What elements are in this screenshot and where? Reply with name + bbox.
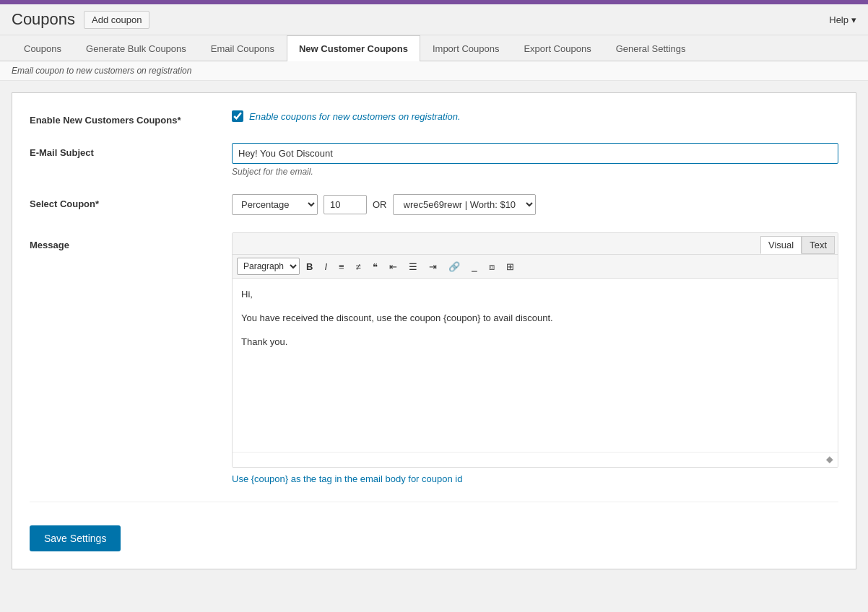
email-subject-hint: Subject for the email. <box>232 167 838 177</box>
editor-tabs: Visual Text <box>233 233 838 255</box>
header-left: Coupons Add coupon <box>12 10 149 29</box>
editor-toolbar: Paragraph Heading 1 Heading 2 Heading 3 … <box>233 255 838 279</box>
align-right-button[interactable]: ⇥ <box>424 259 442 274</box>
email-subject-row: E-Mail Subject Subject for the email. <box>30 143 838 177</box>
editor-content[interactable]: Hi, You have received the discount, use … <box>233 279 838 452</box>
coupon-select-row: Percentage Fixed Free Shipping OR wrec5e… <box>232 194 838 215</box>
italic-button[interactable]: I <box>319 259 332 274</box>
add-coupon-button[interactable]: Add coupon <box>84 11 149 29</box>
link-button[interactable]: 🔗 <box>443 259 465 274</box>
unordered-list-button[interactable]: ≡ <box>334 259 350 274</box>
enable-row: Enable New Customers Coupons* Enable cou… <box>30 110 838 126</box>
editor-wrapper: Visual Text Paragraph Heading 1 Heading … <box>232 232 838 468</box>
tab-email-coupons[interactable]: Email Coupons <box>199 35 287 61</box>
tab-general-settings[interactable]: General Settings <box>604 35 698 61</box>
help-button[interactable]: Help ▾ <box>829 14 856 25</box>
ordered-list-button[interactable]: ≠ <box>351 259 366 274</box>
page-title: Coupons <box>12 10 75 29</box>
select-coupon-row: Select Coupon* Percentage Fixed Free Shi… <box>30 194 838 215</box>
enable-text: Enable coupons for new customers on regi… <box>249 111 461 122</box>
message-field: Visual Text Paragraph Heading 1 Heading … <box>232 232 838 484</box>
resize-handle: ⯁ <box>233 452 838 467</box>
main-content: Enable New Customers Coupons* Enable cou… <box>12 92 856 569</box>
message-row: Message Visual Text Paragraph Heading 1 … <box>30 232 838 484</box>
email-subject-input[interactable] <box>232 143 838 164</box>
or-text: OR <box>373 199 387 210</box>
save-settings-button[interactable]: Save Settings <box>30 525 121 551</box>
coupon-value-input[interactable] <box>324 195 367 214</box>
page-subtitle: Email coupon to new customers on registr… <box>0 61 868 81</box>
tab-new-customer[interactable]: New Customer Coupons <box>287 35 420 61</box>
enable-row-inner: Enable coupons for new customers on regi… <box>232 110 838 122</box>
message-line1: Hi, <box>241 287 829 302</box>
coupon-code-dropdown[interactable]: wrec5e69rewr | Worth: $10 <box>393 194 536 215</box>
chevron-down-icon: ▾ <box>851 14 856 25</box>
bold-button[interactable]: B <box>301 259 318 274</box>
editor-tab-visual[interactable]: Visual <box>760 236 802 254</box>
fullscreen-button[interactable]: ⧈ <box>484 259 500 274</box>
editor-tab-text[interactable]: Text <box>802 236 835 254</box>
format-select[interactable]: Paragraph Heading 1 Heading 2 Heading 3 <box>237 258 300 275</box>
coupon-type-dropdown[interactable]: Percentage Fixed Free Shipping <box>232 194 318 215</box>
tab-export-coupons[interactable]: Export Coupons <box>511 35 603 61</box>
horizontal-rule-button[interactable]: ⎯ <box>466 259 482 274</box>
message-line2: You have received the discount, use the … <box>241 311 829 326</box>
message-label: Message <box>30 232 232 250</box>
enable-field: Enable coupons for new customers on regi… <box>232 110 838 122</box>
table-button[interactable]: ⊞ <box>501 259 519 274</box>
divider <box>30 502 838 502</box>
select-coupon-field: Percentage Fixed Free Shipping OR wrec5e… <box>232 194 838 215</box>
tabs-bar: Coupons Generate Bulk Coupons Email Coup… <box>0 35 868 61</box>
email-subject-field: Subject for the email. <box>232 143 838 177</box>
enable-label: Enable New Customers Coupons* <box>30 110 232 126</box>
tab-generate-bulk[interactable]: Generate Bulk Coupons <box>74 35 199 61</box>
message-line3: Thank you. <box>241 335 829 350</box>
align-left-button[interactable]: ⇤ <box>384 259 402 274</box>
coupon-hint: Use {coupon} as the tag in the email bod… <box>232 473 838 484</box>
email-subject-label: E-Mail Subject <box>30 143 232 158</box>
align-center-button[interactable]: ☰ <box>404 259 422 274</box>
select-coupon-label: Select Coupon* <box>30 194 232 209</box>
tab-coupons[interactable]: Coupons <box>12 35 74 61</box>
blockquote-button[interactable]: ❝ <box>368 259 383 274</box>
header: Coupons Add coupon Help ▾ <box>0 4 868 35</box>
tab-import-coupons[interactable]: Import Coupons <box>420 35 512 61</box>
enable-checkbox[interactable] <box>232 110 243 122</box>
